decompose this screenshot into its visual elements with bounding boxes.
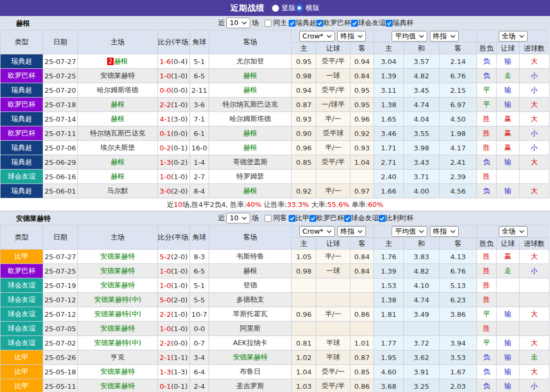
table-row: 瑞典超25-06-01马尔默3-0(2-0)8-4赫根0.92半/一0.971.… (1, 184, 549, 198)
home-team-name: 安德莱赫特 (100, 71, 135, 79)
halftime-score: (2-0) (171, 253, 187, 261)
score-cell: 1-0(1-0) (158, 278, 190, 293)
layout-radio[interactable]: 竖版 (272, 3, 296, 13)
summary-segment: 55.6% (328, 201, 349, 209)
date-cell: 25-06-16 (43, 170, 78, 184)
league-filter-checkbox[interactable] (379, 215, 386, 222)
recent-results-table-haecken: 类型 日期 主场 比分(半场) 角球 客场 Crow* 终指 平均值 终指 全场… (0, 30, 549, 198)
team-name: 安德莱赫特 (16, 214, 51, 223)
league-cell: 欧罗巴杯 (1, 98, 43, 112)
let-line-cell: 半/一 (316, 307, 350, 322)
home-team-name: 赫根 (111, 100, 125, 108)
result-cell: 胜 (477, 141, 497, 155)
halftime-score: (1-0) (171, 101, 187, 109)
col-score-header: 比分(半场) (158, 226, 190, 250)
league-cell: 欧罗巴杯 (1, 264, 43, 278)
away-team-cell: 特罗姆瑟 (209, 170, 292, 184)
handicap-final-select[interactable]: 终指 (337, 226, 366, 237)
col-let-line-header: 让球 (316, 238, 350, 250)
league-filter-label: 球会友谊 (358, 18, 386, 28)
let-line-cell: 半/一 (316, 184, 350, 198)
result-cell: 胜 (477, 126, 497, 141)
chevron-down-icon (326, 35, 332, 38)
league-filter-checkbox[interactable] (316, 20, 323, 27)
goals-result-cell (520, 293, 549, 307)
bookmaker-select[interactable]: Crow* (299, 226, 335, 237)
average-select[interactable]: 平均值 (392, 31, 427, 42)
league-filter-checkbox[interactable] (386, 20, 393, 27)
score-cell: 0-2(0-1) (158, 141, 190, 155)
avg-home-odds-cell: 1.77 (374, 336, 404, 350)
halftime-score: (0-1) (171, 144, 187, 152)
score-cell: 4-1(3-0) (158, 112, 190, 126)
league-filter-label: 球会友谊 (351, 213, 379, 223)
away-team-name: 多德勒支 (236, 295, 264, 303)
league-filter-checkbox[interactable] (351, 20, 358, 27)
result-cell: 胜 (477, 278, 497, 293)
away-team-name: 尤尔加登 (236, 57, 264, 65)
let-away-odds-cell: 0.84 (350, 250, 374, 264)
avg-home-odds-cell: 1.38 (374, 293, 404, 307)
col-let-away-header: 客 (350, 43, 374, 54)
league-filter-checkbox[interactable] (344, 215, 351, 222)
corner-cell: 6-1 (190, 126, 209, 141)
col-let-result-header: 让球 (497, 238, 520, 250)
halftime-score: (2-0) (171, 187, 187, 195)
away-team-name: 赫根 (243, 129, 257, 137)
let-home-odds-cell (292, 322, 316, 336)
let-result-cell (497, 278, 520, 293)
avg-away-odds-cell: 6.76 (440, 69, 477, 83)
handicap-final-select[interactable]: 终指 (337, 31, 366, 42)
home-team-name: 安德莱赫特 (100, 367, 135, 375)
col-home-header: 主场 (78, 30, 158, 54)
away-team-name: 哈尔姆斯塔德 (229, 115, 271, 123)
fulltime-score: 2-2 (160, 101, 171, 109)
recent-count-select[interactable]: 10 (226, 213, 250, 223)
home-team-cell: 亨克 (78, 350, 158, 365)
layout-radio[interactable]: 横版 (296, 3, 320, 13)
fulltime-select[interactable]: 全场 (499, 226, 528, 237)
let-line-cell: 一球 (316, 264, 350, 278)
average-final-select[interactable]: 终指 (430, 226, 459, 237)
avg-draw-odds-cell (404, 322, 440, 336)
col-date-header: 日期 (43, 30, 78, 54)
filter-bar: 近 10 场 同客 比甲欧罗巴杯球会友谊比利时杯 (218, 213, 413, 223)
let-line-cell: 半/一 (316, 112, 350, 126)
same-venue-checkbox[interactable] (265, 20, 272, 27)
same-venue-label: 同主 (273, 18, 287, 28)
let-home-odds-cell (292, 278, 316, 293)
fulltime-score: 1-0 (160, 282, 171, 290)
league-filter-checkbox[interactable] (289, 20, 296, 27)
bookmaker-select[interactable]: Crow* (299, 31, 335, 42)
corner-cell: 3-4 (190, 350, 209, 365)
col-let-home-header: 主 (292, 238, 316, 250)
avg-away-odds-cell: 6.97 (440, 98, 477, 112)
chevron-down-icon (519, 35, 524, 38)
same-venue-checkbox[interactable] (265, 215, 272, 222)
fulltime-score: 0-1 (160, 382, 171, 390)
avg-away-odds-cell: 1.67 (440, 365, 477, 379)
recent-count-value: 10 (229, 18, 238, 28)
table-row: 欧罗巴杯25-07-25安德莱赫特1-0(1-0)6-5赫根0.98一球0.84… (1, 69, 549, 83)
col-avg-away-header: 客 (440, 238, 477, 250)
let-result-cell: 输 (497, 307, 520, 322)
home-team-name: 亨克 (111, 353, 125, 361)
score-cell: 2-1(1-1) (158, 350, 190, 365)
fulltime-select[interactable]: 全场 (499, 31, 528, 42)
league-filter-checkbox[interactable] (309, 215, 316, 222)
result-cell: 胜 (477, 170, 497, 184)
let-away-odds-cell: 0.96 (350, 112, 374, 126)
date-cell: 25-07-27 (43, 54, 78, 69)
avg-draw-odds-cell: 3.98 (404, 141, 440, 155)
average-select[interactable]: 平均值 (392, 226, 427, 237)
home-team-cell: 安德莱赫特(中) (78, 293, 158, 307)
let-result-cell: 输 (497, 350, 520, 365)
table-row: 欧罗巴杯25-07-25安德莱赫特1-0(1-0)6-5赫根0.98一球0.84… (1, 264, 549, 278)
average-final-select[interactable]: 终指 (430, 31, 459, 42)
date-cell: 25-07-19 (43, 278, 78, 293)
avg-away-odds-cell: 5.13 (440, 278, 477, 293)
league-filter-checkbox[interactable] (289, 215, 296, 222)
away-team-cell: 安德莱赫特 (209, 350, 292, 365)
league-cell: 球会友谊 (1, 322, 43, 336)
recent-count-select[interactable]: 10 (226, 18, 250, 28)
